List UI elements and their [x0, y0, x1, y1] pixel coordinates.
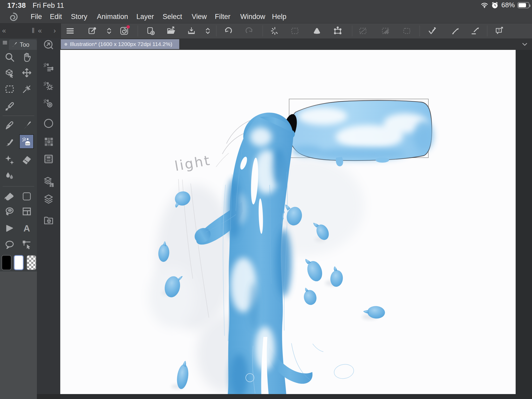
tool-airbrush-selected[interactable]	[19, 134, 34, 149]
collapse-left-icon[interactable]: «	[2, 27, 6, 35]
drag-handle-icon[interactable]: ‖	[32, 27, 35, 35]
menu-file[interactable]: File	[31, 13, 42, 21]
clip-studio-app-button[interactable]	[119, 26, 129, 36]
document-canvas[interactable]: light	[60, 50, 516, 394]
status-bar: 17:38 Fri Feb 11 68%	[0, 0, 532, 10]
tool-fill-bucket[interactable]	[2, 189, 17, 204]
menu-edit[interactable]: Edit	[50, 13, 62, 21]
document-tab-bar: Illustration* (1600 x 1200px 72dpi 114.2…	[60, 38, 532, 50]
refresh-view-button[interactable]	[270, 26, 280, 36]
tool-text[interactable]	[19, 221, 34, 236]
animation-film-icon[interactable]	[43, 153, 54, 165]
transparent-color-swatch[interactable]	[26, 255, 36, 270]
menu-window[interactable]: Window	[240, 13, 265, 21]
menu-bar: File Edit Story Animation Layer Select V…	[0, 10, 532, 23]
expand-right-icon[interactable]: ›	[54, 27, 56, 35]
palette-menu-icon[interactable]	[2, 40, 8, 45]
unsaved-indicator-dot	[64, 43, 67, 46]
pencil-icon	[11, 41, 18, 48]
menu-story[interactable]: Story	[71, 13, 87, 21]
document-tab[interactable]: Illustration* (1600 x 1200px 72dpi 114.2…	[61, 39, 179, 49]
tool-decoration-sparkle[interactable]	[2, 152, 17, 167]
deselect-button[interactable]	[358, 26, 368, 36]
tool-marquee[interactable]	[2, 82, 17, 96]
tool-marker-pen[interactable]	[19, 118, 34, 133]
tool-palette-header: Tool	[0, 38, 37, 50]
tool-operate-3d[interactable]	[2, 65, 17, 80]
tool-blend[interactable]	[2, 169, 17, 183]
main-menu-button[interactable]	[65, 26, 75, 36]
alarm-icon	[491, 1, 499, 9]
color-set-grid-icon[interactable]	[43, 136, 54, 147]
help-button[interactable]	[495, 26, 504, 36]
tool-eraser[interactable]	[19, 152, 34, 167]
wifi-icon	[481, 1, 488, 9]
fill-shape-button[interactable]	[312, 26, 322, 36]
tool-eyedropper[interactable]	[2, 99, 17, 114]
undo-button[interactable]	[223, 26, 233, 36]
redo-button[interactable]	[245, 26, 254, 36]
tool-palette-title: Tool	[20, 41, 30, 48]
clip-studio-paint-app: 17:38 Fri Feb 11 68% File Edit Story Ani…	[0, 0, 532, 399]
transform-button[interactable]	[333, 26, 342, 36]
sub-color-swatch-selected[interactable]	[14, 255, 24, 270]
layer-property-icon[interactable]	[43, 176, 54, 188]
tool-polyline[interactable]	[2, 221, 17, 236]
battery-percent: 68%	[501, 1, 515, 9]
tool-palette	[0, 50, 37, 399]
snap-grid-button[interactable]	[470, 26, 480, 36]
tool-move-layer[interactable]	[19, 65, 34, 80]
subtool-settings-icon[interactable]	[43, 80, 54, 91]
open-file-button[interactable]	[166, 26, 176, 36]
tool-lasso-fill[interactable]	[2, 204, 17, 219]
save-options-button[interactable]	[203, 26, 212, 36]
clip-studio-logo-icon[interactable]	[9, 12, 18, 22]
subtool-list-icon[interactable]	[43, 61, 54, 73]
main-color-swatch[interactable]	[2, 255, 11, 270]
tool-pen[interactable]	[2, 118, 17, 133]
menu-view[interactable]: View	[192, 13, 207, 21]
tool-palette-tab[interactable]: Tool	[9, 39, 37, 50]
tool-frame-border[interactable]	[19, 204, 34, 219]
clock-date: Fri Feb 11	[33, 2, 64, 10]
subtool-record-icon[interactable]	[43, 97, 54, 109]
canvas-artwork: light	[60, 50, 516, 394]
tool-zoom[interactable]	[2, 50, 17, 64]
menu-filter[interactable]: Filter	[215, 13, 230, 21]
menu-layer[interactable]: Layer	[136, 13, 154, 21]
tool-balloon[interactable]	[2, 237, 17, 252]
canvas-area: light	[60, 50, 532, 399]
tool-grid	[0, 50, 37, 271]
menu-help[interactable]: Help	[272, 13, 287, 21]
selection-border-button[interactable]	[402, 26, 411, 36]
menu-select[interactable]: Select	[163, 13, 182, 21]
tool-auto-select-wand[interactable]	[19, 82, 34, 96]
document-tab-label: Illustration* (1600 x 1200px 72dpi 114.2…	[70, 41, 172, 47]
invert-selection-button[interactable]	[381, 26, 390, 36]
tool-correct-line[interactable]	[19, 237, 34, 252]
snap-ruler-button[interactable]	[428, 26, 437, 36]
command-toolbar	[61, 23, 532, 38]
subtool-strip	[37, 38, 60, 394]
tab-bar-collapse-icon[interactable]	[521, 41, 528, 48]
tool-hand[interactable]	[19, 50, 34, 64]
material-box-icon[interactable]	[43, 215, 54, 226]
menu-animation[interactable]: Animation	[97, 13, 128, 21]
toolbar-expand-button[interactable]	[104, 26, 114, 36]
notification-dot	[127, 25, 130, 29]
panel-collapse-controls: « ‖ « ›	[0, 23, 61, 38]
collapse-left2-icon[interactable]: «	[38, 27, 42, 35]
object-launcher-icon[interactable]	[43, 39, 54, 50]
layers-stack-icon[interactable]	[43, 193, 54, 205]
sketch-word: light	[174, 152, 212, 174]
tool-gradient[interactable]	[19, 189, 34, 204]
save-file-button[interactable]	[187, 26, 196, 36]
clock-time: 17:38	[7, 2, 26, 10]
selection-marquee-button[interactable]	[290, 26, 300, 36]
snap-special-ruler-button[interactable]	[451, 26, 460, 36]
new-canvas-button[interactable]	[146, 26, 155, 36]
tone-circle-icon[interactable]	[43, 118, 54, 129]
edit-pen-mode-button[interactable]	[88, 26, 97, 36]
tool-brush[interactable]	[2, 135, 17, 150]
battery-icon	[517, 2, 529, 8]
